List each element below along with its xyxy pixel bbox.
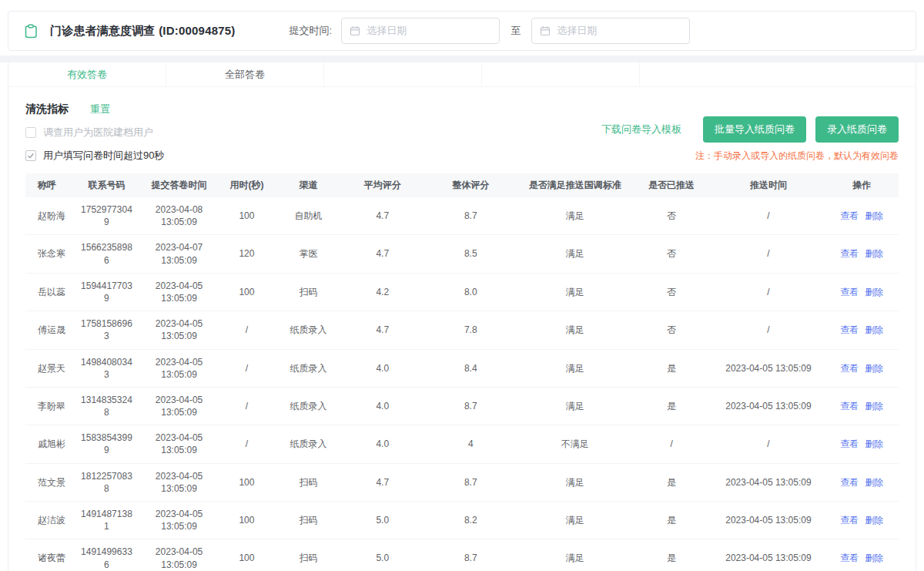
cell-meet-standard: 满足 bbox=[519, 463, 631, 501]
checkbox-checked-icon[interactable] bbox=[25, 150, 36, 161]
cell-meet-standard: 满足 bbox=[519, 197, 631, 235]
cell-push-time: 2023-04-05 13:05:09 bbox=[711, 349, 825, 387]
cell-push-time: / bbox=[711, 197, 825, 235]
table-row: 岳以蕊159441770392023-04-05 13:05:09100扫码4.… bbox=[25, 273, 899, 311]
delete-link[interactable]: 删除 bbox=[865, 324, 883, 335]
delete-link[interactable]: 删除 bbox=[865, 210, 883, 221]
delete-link[interactable]: 删除 bbox=[865, 477, 883, 488]
cell-push-time: / bbox=[711, 273, 825, 311]
tab-valid-answers[interactable]: 有效答卷 bbox=[8, 62, 166, 86]
date-end-placeholder: 选择日期 bbox=[557, 24, 597, 38]
cell-submit-time: 2023-04-05 13:05:09 bbox=[139, 502, 219, 539]
tab-bar: 有效答卷全部答卷 bbox=[8, 62, 916, 87]
delete-link[interactable]: 删除 bbox=[865, 248, 883, 259]
cell-avg-score: 4.7 bbox=[343, 197, 423, 235]
cell-operations: 查看删除 bbox=[825, 463, 899, 501]
date-end-input[interactable]: 选择日期 bbox=[531, 18, 690, 44]
filter-checkbox-0[interactable]: 调查用户为医院建档用户 bbox=[25, 126, 164, 139]
cell-submit-time: 2023-04-05 13:05:09 bbox=[139, 311, 219, 349]
download-template-link[interactable]: 下载问卷导入模板 bbox=[601, 123, 681, 136]
cell-pushed: 是 bbox=[631, 349, 711, 387]
cell-duration: 100 bbox=[219, 273, 274, 311]
cell-name: 岳以蕊 bbox=[25, 273, 75, 311]
delete-link[interactable]: 删除 bbox=[865, 363, 883, 374]
cell-avg-score: 4.0 bbox=[343, 349, 423, 387]
view-link[interactable]: 查看 bbox=[840, 363, 859, 374]
view-link[interactable]: 查看 bbox=[840, 553, 859, 563]
cell-submit-time: 2023-04-07 13:05:09 bbox=[139, 235, 219, 273]
cell-operations: 查看删除 bbox=[825, 197, 899, 235]
date-start-input[interactable]: 选择日期 bbox=[341, 18, 500, 44]
cell-phone: 14914871381 bbox=[75, 502, 139, 539]
cell-duration: 100 bbox=[219, 197, 274, 235]
tab-all-answers[interactable]: 全部答卷 bbox=[166, 62, 324, 86]
delete-link[interactable]: 删除 bbox=[865, 515, 883, 526]
cell-pushed: 是 bbox=[631, 539, 711, 571]
cell-push-time: / bbox=[711, 425, 825, 463]
cell-phone: 13148353248 bbox=[75, 387, 139, 425]
paper-survey-actions: 下载问卷导入模板 批量导入纸质问卷 录入纸质问卷 注：手动录入或导入的纸质问卷，… bbox=[601, 116, 899, 163]
cell-meet-standard: 满足 bbox=[519, 235, 631, 273]
batch-import-button[interactable]: 批量导入纸质问卷 bbox=[703, 116, 806, 143]
checkbox-unchecked-icon[interactable] bbox=[25, 127, 36, 138]
cell-phone: 14984080343 bbox=[75, 349, 139, 387]
cell-overall-score: 8.4 bbox=[423, 349, 519, 387]
delete-link[interactable]: 删除 bbox=[865, 401, 883, 411]
filter-checkbox-1[interactable]: 用户填写问卷时间超过90秒 bbox=[25, 149, 164, 163]
delete-link[interactable]: 删除 bbox=[865, 287, 883, 297]
cell-overall-score: 8.2 bbox=[423, 502, 519, 539]
reset-link[interactable]: 重置 bbox=[90, 102, 110, 116]
view-link[interactable]: 查看 bbox=[840, 210, 859, 221]
view-link[interactable]: 查看 bbox=[840, 515, 859, 526]
cell-operations: 查看删除 bbox=[825, 311, 899, 349]
cell-pushed: 是 bbox=[631, 502, 711, 539]
cell-duration: 100 bbox=[219, 539, 274, 571]
checkbox-label: 调查用户为医院建档用户 bbox=[43, 126, 153, 139]
cell-submit-time: 2023-04-05 13:05:09 bbox=[139, 273, 219, 311]
cell-overall-score: 8.7 bbox=[423, 387, 519, 425]
column-header: 平均评分 bbox=[343, 173, 423, 197]
cell-avg-score: 4.0 bbox=[343, 387, 423, 425]
cell-operations: 查看删除 bbox=[825, 502, 899, 539]
cell-overall-score: 7.8 bbox=[423, 311, 519, 349]
cell-name: 李盼翠 bbox=[25, 387, 75, 425]
cell-duration: / bbox=[219, 387, 274, 425]
view-link[interactable]: 查看 bbox=[840, 248, 859, 259]
manual-entry-button[interactable]: 录入纸质问卷 bbox=[815, 116, 899, 143]
cell-duration: / bbox=[219, 425, 274, 463]
cell-submit-time: 2023-04-05 13:05:09 bbox=[139, 425, 219, 463]
table-row: 范文景181225708382023-04-05 13:05:09100扫码4.… bbox=[25, 463, 899, 501]
column-header: 渠道 bbox=[274, 173, 342, 197]
table-row: 戚旭彬158385439992023-04-05 13:05:09/纸质录入4.… bbox=[25, 425, 899, 463]
submit-time-label: 提交时间: bbox=[290, 24, 333, 38]
table-row: 李盼翠131483532482023-04-05 13:05:09/纸质录入4.… bbox=[25, 387, 899, 425]
filter-checkboxes: 调查用户为医院建档用户用户填写问卷时间超过90秒 bbox=[25, 126, 164, 163]
cell-pushed: 否 bbox=[631, 235, 711, 273]
cell-phone: 17581586963 bbox=[75, 311, 139, 349]
cell-push-time: 2023-04-05 13:05:09 bbox=[711, 387, 825, 425]
cell-submit-time: 2023-04-05 13:05:09 bbox=[139, 539, 219, 571]
cell-duration: / bbox=[219, 311, 274, 349]
cell-meet-standard: 满足 bbox=[519, 502, 631, 539]
cell-channel: 纸质录入 bbox=[274, 311, 342, 349]
cell-pushed: 否 bbox=[631, 197, 711, 235]
cell-channel: 扫码 bbox=[274, 463, 342, 501]
delete-link[interactable]: 删除 bbox=[865, 438, 883, 449]
table-row: 诸夜蕾149149963362023-04-05 13:05:09100扫码5.… bbox=[25, 539, 899, 571]
tab-empty bbox=[324, 62, 482, 86]
column-header: 是否已推送 bbox=[631, 173, 711, 197]
view-link[interactable]: 查看 bbox=[840, 401, 859, 411]
view-link[interactable]: 查看 bbox=[840, 287, 859, 297]
view-link[interactable]: 查看 bbox=[840, 477, 859, 488]
cell-phone: 17529773049 bbox=[75, 197, 139, 235]
cell-meet-standard: 满足 bbox=[519, 539, 631, 571]
cell-name: 傅运晟 bbox=[25, 311, 75, 349]
cell-avg-score: 4.7 bbox=[343, 235, 423, 273]
clipboard-icon bbox=[22, 22, 39, 39]
view-link[interactable]: 查看 bbox=[840, 324, 859, 335]
cell-pushed: / bbox=[631, 425, 711, 463]
page-title: 门诊患者满意度调查 (ID:00094875) bbox=[50, 24, 236, 39]
delete-link[interactable]: 删除 bbox=[865, 553, 883, 563]
view-link[interactable]: 查看 bbox=[840, 438, 859, 449]
cell-overall-score: 4 bbox=[423, 425, 519, 463]
